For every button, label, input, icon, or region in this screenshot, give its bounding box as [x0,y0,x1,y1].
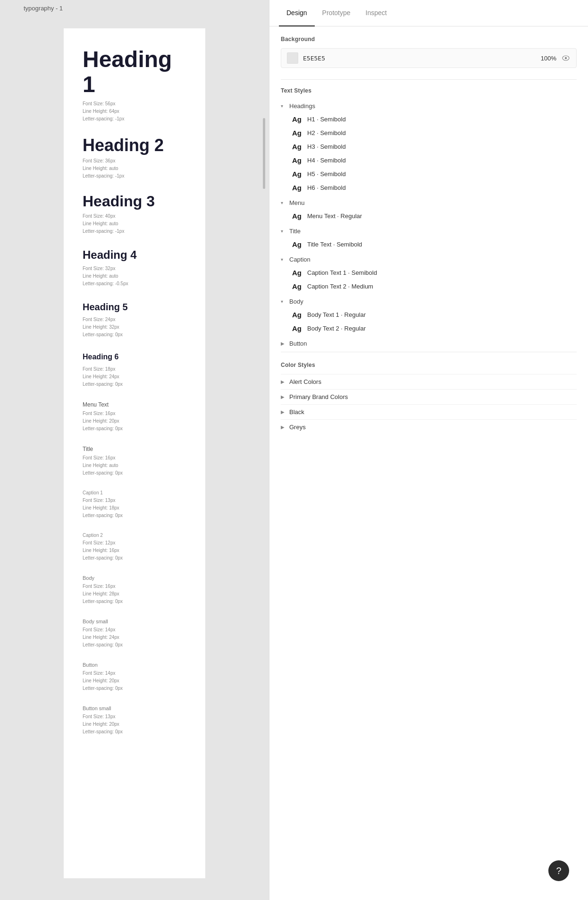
style-group-menu: ▾ Menu Ag Menu Text · Regular [281,196,577,223]
chevron-right-icon-greys: ▶ [281,425,286,430]
chevron-right-icon-primary: ▶ [281,394,286,399]
button-small-meta: Font Size: 13px Line Height: 20px Letter… [83,713,186,736]
title-meta: Font Size: 16px Line Height: auto Letter… [83,454,186,477]
title-group-label: Title [289,228,301,235]
heading2-section: Heading 2 Font Size: 36px Line Height: a… [83,136,186,180]
ag-sample-caption1: Ag [292,269,302,277]
background-swatch [287,52,298,64]
ag-sample-h5: Ag [292,170,302,178]
style-group-button: ▶ Button [281,337,577,350]
style-item-h6[interactable]: Ag H6 · Semibold [281,181,577,195]
style-item-menu-text[interactable]: Ag Menu Text · Regular [281,209,577,223]
heading2-meta: Font Size: 36px Line Height: auto Letter… [83,157,186,180]
heading3-section: Heading 3 Font Size: 40px Line Height: a… [83,193,186,235]
style-name-h1: H1 · Semibold [307,116,346,123]
ag-sample-body2: Ag [292,324,302,332]
scrollbar[interactable] [263,118,265,189]
caption-group-header[interactable]: ▾ Caption [281,253,577,266]
caption1-section: Caption 1 Font Size: 13px Line Height: 1… [83,490,186,519]
menu-text-section: Menu Text Font Size: 16px Line Height: 2… [83,401,186,433]
style-name-caption2: Caption Text 2 · Medium [307,283,373,290]
body-group-header[interactable]: ▾ Body [281,295,577,308]
button-section: Button Font Size: 14px Line Height: 20px… [83,662,186,692]
color-styles-section: Color Styles ▶ Alert Colors ▶ Primary Br… [281,362,577,434]
background-opacity: 100% [541,55,556,62]
style-item-body2[interactable]: Ag Body Text 2 · Regular [281,322,577,335]
visibility-toggle-icon[interactable] [561,53,571,63]
title-group-header[interactable]: ▾ Title [281,225,577,238]
heading5-label: Heading 5 [83,301,186,313]
headings-group-header[interactable]: ▾ Headings [281,100,577,112]
body-small-meta: Font Size: 14px Line Height: 24px Letter… [83,626,186,649]
menu-group-label: Menu [289,199,305,206]
heading1-label: Heading 1 [83,47,186,97]
color-styles-label: Color Styles [281,362,577,368]
style-name-body2: Body Text 2 · Regular [307,325,366,332]
style-name-body1: Body Text 1 · Regular [307,311,366,318]
color-group-greys[interactable]: ▶ Greys [281,419,577,434]
canvas-card: Heading 1 Font Size: 56px Line Height: 6… [64,28,205,878]
style-item-caption2[interactable]: Ag Caption Text 2 · Medium [281,280,577,293]
divider [281,79,577,80]
style-name-h5: H5 · Semibold [307,170,346,178]
right-panel: Design Prototype Inspect Background E5E5… [269,0,588,900]
ag-sample-title: Ag [292,240,302,248]
button-small-label: Button small [83,705,186,711]
button-group-header[interactable]: ▶ Button [281,337,577,350]
style-name-title: Title Text · Semibold [307,241,362,248]
chevron-right-icon-black: ▶ [281,409,286,415]
panel-content: Background E5E5E5 100% Text Styles ▾ Hea… [269,26,588,444]
menu-group-header[interactable]: ▾ Menu [281,196,577,209]
left-panel: typography - 1 Heading 1 Font Size: 56px… [0,0,269,900]
heading4-section: Heading 4 Font Size: 32px Line Height: a… [83,248,186,288]
caption-group-label: Caption [289,256,311,263]
style-item-h3[interactable]: Ag H3 · Semibold [281,140,577,153]
tab-prototype[interactable]: Prototype [315,0,358,26]
button-label: Button [83,662,186,668]
body-group-label: Body [289,298,303,305]
menu-text-label: Menu Text [83,401,186,408]
chevron-down-icon: ▾ [281,103,286,109]
tab-inspect[interactable]: Inspect [358,0,395,26]
heading1-meta: Font Size: 56px Line Height: 64px Letter… [83,100,186,123]
ag-sample-h1: Ag [292,115,302,123]
background-row[interactable]: E5E5E5 100% [281,48,577,68]
help-button[interactable]: ? [548,860,569,881]
style-item-body1[interactable]: Ag Body Text 1 · Regular [281,308,577,322]
ag-sample-caption2: Ag [292,282,302,290]
style-item-h5[interactable]: Ag H5 · Semibold [281,167,577,181]
style-name-h6: H6 · Semibold [307,184,346,191]
color-group-black[interactable]: ▶ Black [281,404,577,419]
style-item-h4[interactable]: Ag H4 · Semibold [281,153,577,167]
caption1-label: Caption 1 [83,490,186,495]
style-item-h2[interactable]: Ag H2 · Semibold [281,126,577,140]
style-item-h1[interactable]: Ag H1 · Semibold [281,112,577,126]
style-group-body: ▾ Body Ag Body Text 1 · Regular Ag Body … [281,295,577,335]
style-item-caption1[interactable]: Ag Caption Text 1 · Semibold [281,266,577,280]
style-item-title-text[interactable]: Ag Title Text · Semibold [281,238,577,251]
chevron-right-icon-alert: ▶ [281,379,286,384]
style-name-menu: Menu Text · Regular [307,212,362,220]
body-small-label: Body small [83,619,186,624]
ag-sample-h3: Ag [292,143,302,151]
title-section: Title Font Size: 16px Line Height: auto … [83,446,186,477]
heading6-label: Heading 6 [83,352,186,362]
color-group-alert[interactable]: ▶ Alert Colors [281,374,577,389]
ag-sample-h6: Ag [292,184,302,192]
tab-design[interactable]: Design [279,0,315,26]
body-section: Body Font Size: 16px Line Height: 28px L… [83,575,186,605]
caption1-meta: Font Size: 13px Line Height: 18px Letter… [83,497,186,519]
headings-group-label: Headings [289,102,315,110]
chevron-down-icon-menu: ▾ [281,200,286,205]
color-group-primary[interactable]: ▶ Primary Brand Colors [281,389,577,404]
body-label: Body [83,575,186,581]
background-hex: E5E5E5 [303,55,536,62]
body-meta: Font Size: 16px Line Height: 28px Letter… [83,583,186,605]
background-section-label: Background [281,36,577,42]
heading5-section: Heading 5 Font Size: 24px Line Height: 3… [83,301,186,339]
style-group-caption: ▾ Caption Ag Caption Text 1 · Semibold A… [281,253,577,293]
menu-text-meta: Font Size: 16px Line Height: 20px Letter… [83,410,186,433]
color-group-black-label: Black [289,408,304,416]
button-small-section: Button small Font Size: 13px Line Height… [83,705,186,736]
text-styles-section-label: Text Styles [281,87,577,94]
